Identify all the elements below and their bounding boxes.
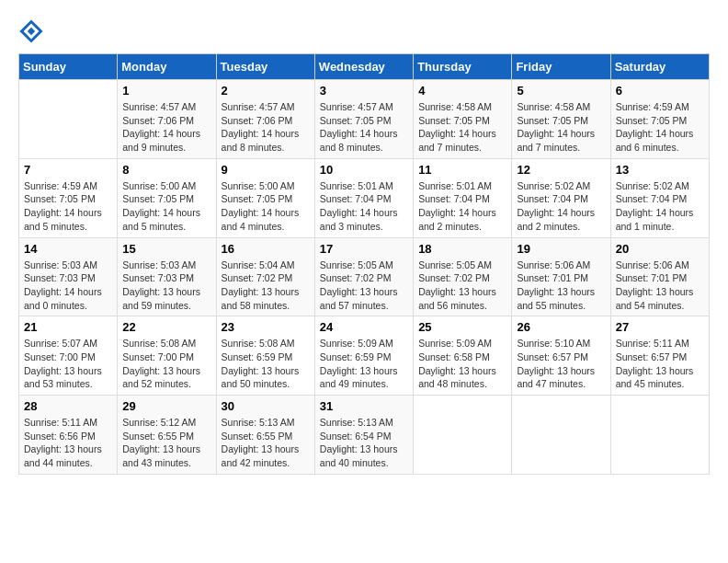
day-info: Sunrise: 4:59 AMSunset: 7:05 PMDaylight:… <box>24 179 112 234</box>
day-number: 20 <box>616 242 704 256</box>
day-info: Sunrise: 5:02 AMSunset: 7:04 PMDaylight:… <box>616 179 704 234</box>
day-number: 31 <box>320 399 408 413</box>
calendar-table: SundayMondayTuesdayWednesdayThursdayFrid… <box>18 53 710 475</box>
day-info: Sunrise: 5:00 AMSunset: 7:05 PMDaylight:… <box>122 179 210 234</box>
day-cell <box>19 80 118 159</box>
day-info: Sunrise: 5:08 AMSunset: 6:59 PMDaylight:… <box>222 337 310 391</box>
day-number: 23 <box>222 320 310 334</box>
day-number: 13 <box>616 163 704 177</box>
day-info: Sunrise: 4:57 AMSunset: 7:06 PMDaylight:… <box>222 100 310 155</box>
day-cell: 18Sunrise: 5:05 AMSunset: 7:02 PMDayligh… <box>414 237 512 316</box>
day-number: 27 <box>616 320 704 334</box>
week-row-5: 28Sunrise: 5:11 AMSunset: 6:56 PMDayligh… <box>19 396 710 475</box>
day-header-tuesday: Tuesday <box>216 54 314 80</box>
day-cell: 7Sunrise: 4:59 AMSunset: 7:05 PMDaylight… <box>19 158 118 237</box>
day-header-sunday: Sunday <box>19 54 118 80</box>
day-cell: 27Sunrise: 5:11 AMSunset: 6:57 PMDayligh… <box>610 316 709 396</box>
day-cell: 14Sunrise: 5:03 AMSunset: 7:03 PMDayligh… <box>19 237 118 316</box>
day-cell <box>610 396 709 475</box>
day-info: Sunrise: 5:02 AMSunset: 7:04 PMDaylight:… <box>517 179 605 234</box>
day-header-monday: Monday <box>118 54 216 80</box>
day-number: 21 <box>24 320 112 334</box>
day-number: 12 <box>517 163 605 177</box>
day-info: Sunrise: 5:08 AMSunset: 7:00 PMDaylight:… <box>122 337 210 391</box>
day-header-saturday: Saturday <box>610 54 709 80</box>
day-cell: 26Sunrise: 5:10 AMSunset: 6:57 PMDayligh… <box>512 316 610 396</box>
day-cell: 5Sunrise: 4:58 AMSunset: 7:05 PMDaylight… <box>512 80 610 159</box>
day-number: 7 <box>24 163 112 177</box>
day-cell: 10Sunrise: 5:01 AMSunset: 7:04 PMDayligh… <box>314 158 413 237</box>
day-info: Sunrise: 5:13 AMSunset: 6:55 PMDaylight:… <box>222 416 310 470</box>
day-number: 19 <box>517 242 605 256</box>
day-info: Sunrise: 5:11 AMSunset: 6:57 PMDaylight:… <box>616 337 704 391</box>
day-info: Sunrise: 5:09 AMSunset: 6:59 PMDaylight:… <box>320 337 408 391</box>
day-number: 30 <box>222 399 310 413</box>
day-info: Sunrise: 4:59 AMSunset: 7:05 PMDaylight:… <box>616 100 704 155</box>
day-number: 1 <box>122 84 210 98</box>
day-cell: 6Sunrise: 4:59 AMSunset: 7:05 PMDaylight… <box>610 80 709 159</box>
week-row-4: 21Sunrise: 5:07 AMSunset: 7:00 PMDayligh… <box>19 316 710 396</box>
day-info: Sunrise: 5:09 AMSunset: 6:58 PMDaylight:… <box>418 337 506 391</box>
day-number: 15 <box>122 242 210 256</box>
day-info: Sunrise: 5:05 AMSunset: 7:02 PMDaylight:… <box>418 259 506 313</box>
day-info: Sunrise: 5:04 AMSunset: 7:02 PMDaylight:… <box>222 259 310 313</box>
day-number: 11 <box>418 163 506 177</box>
day-number: 2 <box>222 84 310 98</box>
day-cell: 20Sunrise: 5:06 AMSunset: 7:01 PMDayligh… <box>610 237 709 316</box>
header-row: SundayMondayTuesdayWednesdayThursdayFrid… <box>19 54 710 80</box>
day-cell <box>414 396 512 475</box>
day-cell: 13Sunrise: 5:02 AMSunset: 7:04 PMDayligh… <box>610 158 709 237</box>
day-info: Sunrise: 4:57 AMSunset: 7:06 PMDaylight:… <box>122 100 210 155</box>
day-number: 14 <box>24 242 112 256</box>
day-cell: 9Sunrise: 5:00 AMSunset: 7:05 PMDaylight… <box>216 158 314 237</box>
day-info: Sunrise: 5:05 AMSunset: 7:02 PMDaylight:… <box>320 259 408 313</box>
day-number: 22 <box>122 320 210 334</box>
day-number: 8 <box>122 163 210 177</box>
day-cell <box>512 396 610 475</box>
day-number: 5 <box>517 84 605 98</box>
day-number: 29 <box>122 399 210 413</box>
day-info: Sunrise: 5:03 AMSunset: 7:03 PMDaylight:… <box>24 259 112 313</box>
day-cell: 31Sunrise: 5:13 AMSunset: 6:54 PMDayligh… <box>314 396 413 475</box>
day-info: Sunrise: 5:03 AMSunset: 7:03 PMDaylight:… <box>122 259 210 313</box>
day-cell: 2Sunrise: 4:57 AMSunset: 7:06 PMDaylight… <box>216 80 314 159</box>
day-info: Sunrise: 5:07 AMSunset: 7:00 PMDaylight:… <box>24 337 112 391</box>
day-number: 4 <box>418 84 506 98</box>
day-info: Sunrise: 4:57 AMSunset: 7:05 PMDaylight:… <box>320 100 408 155</box>
day-info: Sunrise: 5:12 AMSunset: 6:55 PMDaylight:… <box>122 416 210 470</box>
day-number: 10 <box>320 163 408 177</box>
day-cell: 4Sunrise: 4:58 AMSunset: 7:05 PMDaylight… <box>414 80 512 159</box>
day-info: Sunrise: 4:58 AMSunset: 7:05 PMDaylight:… <box>418 100 506 155</box>
day-cell: 30Sunrise: 5:13 AMSunset: 6:55 PMDayligh… <box>216 396 314 475</box>
day-number: 16 <box>222 242 310 256</box>
logo-icon <box>18 18 44 44</box>
day-cell: 3Sunrise: 4:57 AMSunset: 7:05 PMDaylight… <box>314 80 413 159</box>
week-row-1: 1Sunrise: 4:57 AMSunset: 7:06 PMDaylight… <box>19 80 710 159</box>
day-cell: 25Sunrise: 5:09 AMSunset: 6:58 PMDayligh… <box>414 316 512 396</box>
day-number: 28 <box>24 399 112 413</box>
day-number: 17 <box>320 242 408 256</box>
day-info: Sunrise: 5:13 AMSunset: 6:54 PMDaylight:… <box>320 416 408 470</box>
day-number: 26 <box>517 320 605 334</box>
day-info: Sunrise: 5:06 AMSunset: 7:01 PMDaylight:… <box>517 259 605 313</box>
week-row-3: 14Sunrise: 5:03 AMSunset: 7:03 PMDayligh… <box>19 237 710 316</box>
day-cell: 22Sunrise: 5:08 AMSunset: 7:00 PMDayligh… <box>118 316 216 396</box>
day-cell: 8Sunrise: 5:00 AMSunset: 7:05 PMDaylight… <box>118 158 216 237</box>
day-cell: 28Sunrise: 5:11 AMSunset: 6:56 PMDayligh… <box>19 396 118 475</box>
day-cell: 15Sunrise: 5:03 AMSunset: 7:03 PMDayligh… <box>118 237 216 316</box>
day-cell: 24Sunrise: 5:09 AMSunset: 6:59 PMDayligh… <box>314 316 413 396</box>
day-cell: 29Sunrise: 5:12 AMSunset: 6:55 PMDayligh… <box>118 396 216 475</box>
day-header-friday: Friday <box>512 54 610 80</box>
day-info: Sunrise: 5:00 AMSunset: 7:05 PMDaylight:… <box>222 179 310 234</box>
page-header <box>18 18 710 44</box>
day-header-wednesday: Wednesday <box>314 54 413 80</box>
day-cell: 19Sunrise: 5:06 AMSunset: 7:01 PMDayligh… <box>512 237 610 316</box>
day-header-thursday: Thursday <box>414 54 512 80</box>
day-cell: 1Sunrise: 4:57 AMSunset: 7:06 PMDaylight… <box>118 80 216 159</box>
logo <box>18 18 48 44</box>
week-row-2: 7Sunrise: 4:59 AMSunset: 7:05 PMDaylight… <box>19 158 710 237</box>
day-cell: 23Sunrise: 5:08 AMSunset: 6:59 PMDayligh… <box>216 316 314 396</box>
day-info: Sunrise: 5:10 AMSunset: 6:57 PMDaylight:… <box>517 337 605 391</box>
day-number: 25 <box>418 320 506 334</box>
day-number: 6 <box>616 84 704 98</box>
